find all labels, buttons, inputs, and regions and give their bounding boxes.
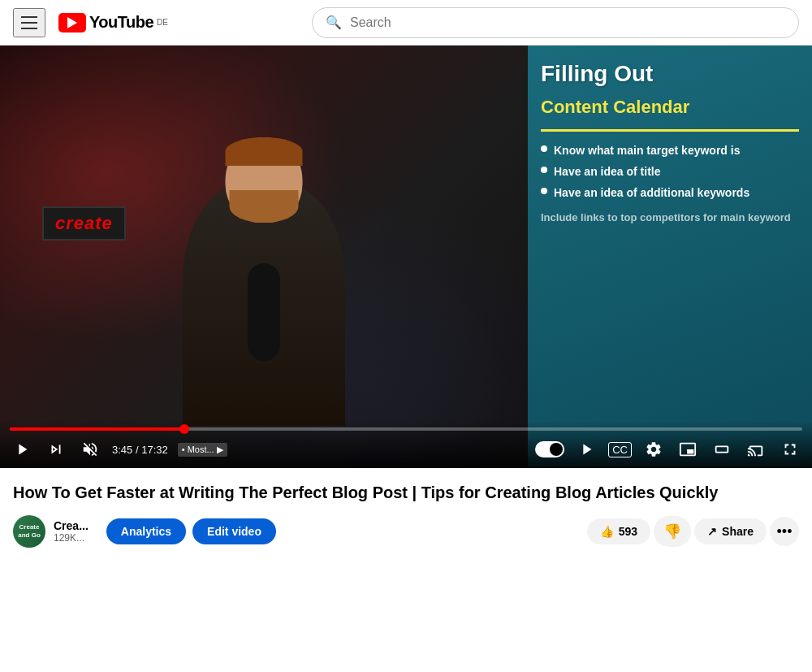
cc-button[interactable]: CC: [608, 442, 632, 457]
cast-button[interactable]: [744, 439, 768, 460]
slide-bullets: Know what main target keyword is Have an…: [541, 143, 799, 201]
youtube-icon: [58, 13, 86, 33]
video-left-panel: create: [0, 46, 528, 468]
video-right-panel: Filling Out Content Calendar Know what m…: [528, 46, 812, 468]
more-dots-icon: •••: [777, 523, 793, 540]
channel-avatar[interactable]: Create and Go: [13, 515, 45, 548]
slide-faded-text: Include links to top competitors for mai…: [541, 211, 799, 225]
slide-divider: [541, 129, 799, 132]
channel-row: Create and Go Crea... 129K... Analytics …: [13, 515, 799, 548]
person-head: [226, 137, 303, 223]
analytics-button[interactable]: Analytics: [106, 518, 186, 544]
channel-info: Crea... 129K...: [54, 519, 89, 544]
like-button[interactable]: 👍 593: [587, 518, 650, 544]
thumbs-up-icon: 👍: [600, 525, 614, 538]
create-sign: create: [42, 206, 126, 241]
share-button[interactable]: ↗ Share: [694, 518, 767, 544]
slide-bullet-3: Have an idea of additional keywords: [541, 185, 799, 200]
microphone: [248, 263, 280, 361]
action-buttons: Analytics Edit video: [106, 518, 276, 544]
slide-title: Filling Out: [541, 62, 799, 87]
video-player[interactable]: create Filling Out Content Calendar: [0, 46, 812, 468]
fullscreen-button[interactable]: [778, 439, 802, 460]
edit-video-button[interactable]: Edit video: [192, 518, 276, 544]
progress-bar[interactable]: [10, 427, 802, 431]
bullet-dot-2: [541, 167, 547, 173]
mute-button[interactable]: [78, 439, 102, 460]
right-actions: 👍 593 👎 ↗ Share •••: [587, 516, 799, 547]
bullet-dot-3: [541, 188, 547, 194]
search-input[interactable]: [350, 15, 785, 30]
bullet-dot-1: [541, 145, 547, 152]
person-hair: [226, 137, 303, 166]
controls-row: 3:45 / 17:32 • Most... ▶ CC: [10, 439, 802, 460]
next-button[interactable]: [44, 439, 68, 460]
logo-locale: DE: [157, 18, 168, 27]
quality-badge[interactable]: • Most... ▶: [178, 443, 227, 457]
slide-subtitle: Content Calendar: [541, 97, 799, 118]
progress-dot: [179, 424, 189, 434]
video-info: How To Get Faster at Writing The Perfect…: [0, 468, 812, 554]
youtube-logo[interactable]: YouTube DE: [58, 13, 168, 33]
theatre-button[interactable]: [710, 439, 734, 460]
progress-fill: [10, 427, 179, 431]
video-title: How To Get Faster at Writing The Perfect…: [13, 481, 799, 504]
video-thumbnail: create Filling Out Content Calendar: [0, 46, 812, 468]
person-area: [134, 133, 394, 426]
thumbs-down-icon: 👎: [663, 523, 681, 540]
more-options-button[interactable]: •••: [770, 517, 799, 546]
like-count: 593: [619, 525, 637, 538]
hamburger-menu-button[interactable]: [13, 8, 45, 37]
dislike-button[interactable]: 👎: [654, 516, 691, 547]
logo-text: YouTube: [89, 13, 153, 32]
time-display: 3:45 / 17:32: [112, 444, 168, 456]
person-beard: [230, 190, 299, 223]
slide-bullet-1: Know what main target keyword is: [541, 143, 799, 158]
play-button[interactable]: [10, 439, 34, 460]
miniplayer-button[interactable]: [676, 439, 700, 460]
video-controls: 3:45 / 17:32 • Most... ▶ CC: [0, 421, 812, 468]
slide-bullet-2: Have an idea of title: [541, 164, 799, 179]
page-header: YouTube DE 🔍: [0, 0, 812, 46]
channel-name[interactable]: Crea...: [54, 519, 89, 532]
autoplay-toggle[interactable]: [535, 441, 564, 457]
autoplay-play-icon[interactable]: [574, 439, 598, 460]
settings-button[interactable]: [641, 439, 666, 460]
search-icon: 🔍: [326, 15, 342, 30]
subscriber-count: 129K...: [54, 532, 89, 544]
share-icon: ↗: [707, 525, 717, 538]
search-bar: 🔍: [312, 7, 799, 38]
